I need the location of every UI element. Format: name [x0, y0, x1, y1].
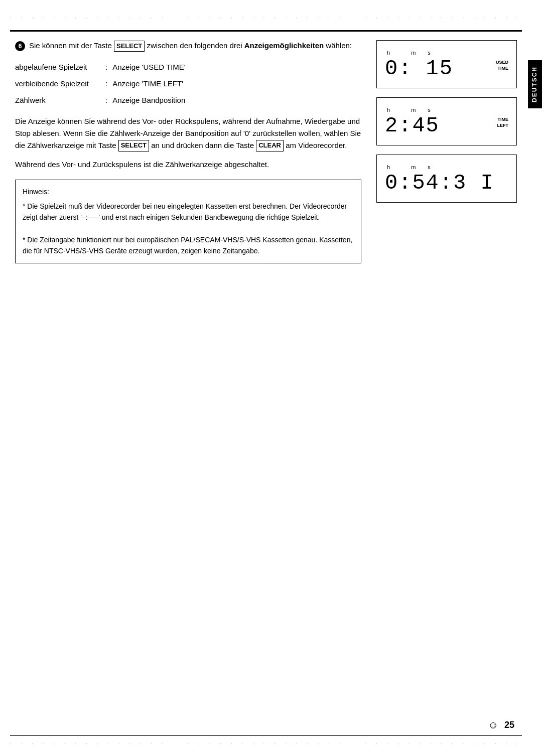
- panel2-hms-labels: h m s: [385, 107, 497, 113]
- panel3-tag: [507, 164, 508, 180]
- table-row: abgelaufene Spielzeit : Anzeige 'USED TI…: [15, 59, 361, 75]
- panel2-m-label: m: [411, 107, 416, 113]
- panel3-inner: h m s 0:54:3 I: [385, 164, 508, 195]
- bottom-border: [10, 735, 522, 736]
- top-border: [10, 30, 522, 32]
- row2-colon: :: [105, 79, 107, 88]
- panel3-s-label: s: [428, 164, 431, 170]
- panel1-m-label: m: [411, 50, 416, 56]
- row2-label: verbleibende Spielzeit: [15, 79, 105, 88]
- select-key-inline: SELECT: [118, 140, 149, 152]
- panel1-s-label: s: [428, 50, 431, 56]
- panel1-h-label: h: [387, 50, 390, 56]
- panel3-m-label: m: [411, 164, 416, 170]
- bold-word: Anzeigemöglichkeiten: [244, 41, 324, 50]
- panel2-h-label: h: [387, 107, 390, 113]
- page-number-area: ☺ 25: [488, 719, 514, 731]
- panel3-h-label: h: [387, 164, 390, 170]
- main-content: 6 Sie können mit der Taste SELECT zwisch…: [15, 40, 517, 263]
- note-title: Hinweis:: [23, 186, 354, 197]
- panel1-tag: USEDTIME: [496, 50, 508, 71]
- body-paragraph-1: Die Anzeige können Sie während des Vor- …: [15, 115, 361, 152]
- body-paragraph-2: Während des Vor- und Zurückspulens ist d…: [15, 159, 361, 171]
- note-paragraph-1: * Die Spielzeit muß der Videorecorder be…: [23, 201, 354, 223]
- row1-value: Anzeige 'USED TIME': [112, 63, 186, 71]
- panel3-hms-labels: h m s: [385, 164, 507, 170]
- panel2-time: 2:45: [385, 114, 497, 138]
- intro-text: Sie können mit der Taste SELECT zwischen…: [29, 40, 352, 52]
- top-decoration: · · · · · · · · · · · · · · · · · · · · …: [10, 15, 522, 21]
- display-panel-3: h m s 0:54:3 I: [376, 155, 517, 203]
- panel2-tag: TIMELEFT: [497, 107, 509, 128]
- left-column: 6 Sie können mit der Taste SELECT zwisch…: [15, 40, 366, 263]
- row2-value: Anzeige 'TIME LEFT': [112, 79, 183, 88]
- panel2-s-label: s: [428, 107, 431, 113]
- smiley-icon: ☺: [488, 719, 498, 731]
- display-panel-2: h m s 2:45 TIMELEFT: [376, 97, 517, 145]
- display-table: abgelaufene Spielzeit : Anzeige 'USED TI…: [15, 59, 361, 108]
- intro-part2: zwischen den folgenden drei Anzeigemögli…: [147, 41, 352, 50]
- panel1-time-section: h m s 0: 15: [385, 50, 496, 81]
- right-column: h m s 0: 15 USEDTIME h m s: [376, 40, 517, 263]
- panel3-time-section: h m s 0:54:3 I: [385, 164, 507, 195]
- section-bullet: 6: [15, 41, 25, 51]
- intro-part1: Sie können mit der Taste: [29, 41, 112, 50]
- panel2-inner: h m s 2:45 TIMELEFT: [385, 107, 508, 138]
- panel2-time-section: h m s 2:45: [385, 107, 497, 138]
- panel3-time: 0:54:3 I: [385, 171, 507, 195]
- row1-label: abgelaufene Spielzeit: [15, 63, 105, 71]
- panel1-time: 0: 15: [385, 57, 496, 81]
- bottom-decoration: · · · · · · · · · · · · · · · · · · · · …: [10, 740, 522, 746]
- row1-colon: :: [105, 63, 107, 71]
- page-number: 25: [504, 720, 514, 730]
- row3-value: Anzeige Bandposition: [112, 96, 185, 104]
- row3-label: Zählwerk: [15, 96, 105, 104]
- clear-key-inline: CLEAR: [256, 140, 284, 152]
- panel1-inner: h m s 0: 15 USEDTIME: [385, 50, 508, 81]
- select-key-intro: SELECT: [114, 41, 145, 52]
- table-row: verbleibende Spielzeit : Anzeige 'TIME L…: [15, 75, 361, 92]
- note-paragraph-2: * Die Zeitangabe funktioniert nur bei eu…: [23, 234, 354, 257]
- section-intro: 6 Sie können mit der Taste SELECT zwisch…: [15, 40, 361, 52]
- language-tab: DEUTSCH: [528, 60, 542, 108]
- table-row: Zählwerk : Anzeige Bandposition: [15, 92, 361, 108]
- display-panel-1: h m s 0: 15 USEDTIME: [376, 40, 517, 88]
- panel1-hms-labels: h m s: [385, 50, 496, 56]
- row3-colon: :: [105, 96, 107, 104]
- note-box: Hinweis: * Die Spielzeit muß der Videore…: [15, 180, 361, 263]
